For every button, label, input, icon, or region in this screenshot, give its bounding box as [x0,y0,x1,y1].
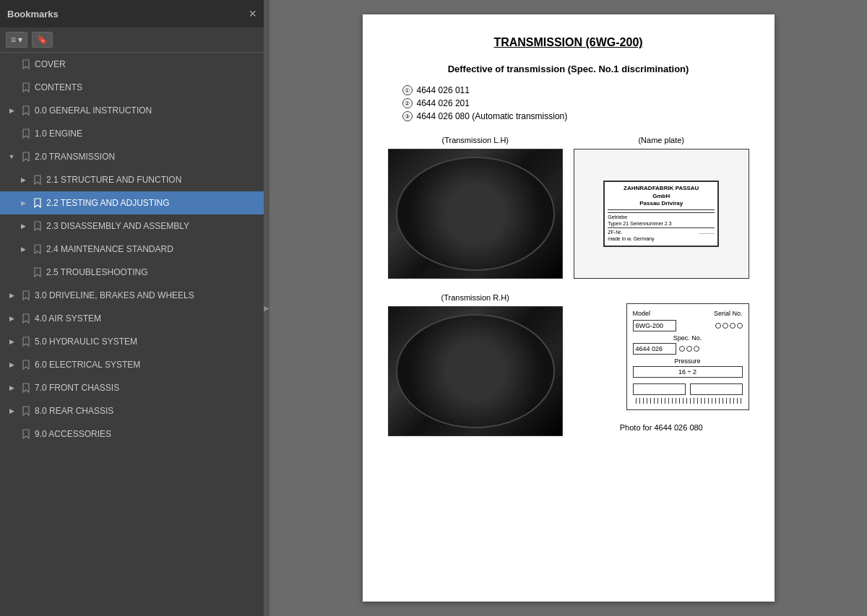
spec-circle3 [694,346,699,352]
bookmark-icon-rear-chassis [20,406,32,416]
spec-value: 4644 026 [633,343,676,355]
label-testing: 2.2 TESTING AND ADJUSTING [46,198,258,208]
spec-label: Spec. No. [633,334,743,342]
label-troubleshooting: 2.5 TROUBLESHOOTING [46,267,258,277]
sidebar-item-electrical[interactable]: ▶ 6.0 ELECTRICAL SYSTEM [0,353,264,376]
wavy-border [633,398,743,404]
label-hydraulic: 5.0 HYDRAULIC SYSTEM [35,337,258,347]
bookmark-icon-cover [20,59,32,69]
nameplate-row2: made in w. Germany [608,236,715,241]
sidebar-item-testing[interactable]: ▶ 2.2 TESTING AND ADJUSTING [0,191,264,214]
toggle-electrical[interactable]: ▶ [6,361,17,368]
spec-text: 4644 026 011 [417,85,470,95]
sidebar-item-contents[interactable]: CONTENTS [0,76,264,99]
model-value: 6WG-200 [633,320,676,331]
label-accessories: 9.0 ACCESSORIES [35,429,258,439]
sidebar-item-front-chassis[interactable]: ▶ 7.0 FRONT CHASSIS [0,376,264,399]
label-electrical: 6.0 ELECTRICAL SYSTEM [35,360,258,370]
document-page: TRANSMISSION (6WG-200) Deffective of tra… [363,14,775,602]
toolbar-menu-button[interactable]: ≡ ▾ [6,32,27,48]
bottom-images-row: (Transmission R.H) Model Serial No. 6WG-… [388,293,749,436]
bookmark-icon-testing [32,198,43,208]
bookmark-list: COVER CONTENTS▶ 0.0 GENERAL INSTRUCTION … [0,53,264,616]
extra-field1 [633,383,686,395]
toggle-transmission[interactable]: ▼ [6,153,17,160]
sidebar-item-maintenance[interactable]: ▶ 2.4 MAINTENANCE STANDARD [0,238,264,261]
label-maintenance: 2.4 MAINTENANCE STANDARD [46,244,258,254]
toggle-testing[interactable]: ▶ [17,199,29,207]
toggle-hydraulic[interactable]: ▶ [6,338,17,345]
right-top-caption: (Name plate) [638,136,684,144]
toggle-driveline[interactable]: ▶ [6,292,17,299]
serial-circle4 [737,323,743,329]
sidebar-item-cover[interactable]: COVER [0,53,264,76]
transmission-rh-image [388,306,564,436]
sidebar-item-general[interactable]: ▶ 0.0 GENERAL INSTRUCTION [0,99,264,122]
spec-circle1 [679,346,685,352]
label-engine: 1.0 ENGINE [35,129,258,139]
toggle-front-chassis[interactable]: ▶ [6,384,17,391]
bottom-right-col: Model Serial No. 6WG-200 Spec. No. [574,293,749,436]
serial-circle1 [715,323,721,329]
sidebar-item-air[interactable]: ▶ 4.0 AIR SYSTEM [0,307,264,330]
spec-item: ②4644 026 201 [402,98,749,108]
spec-text: 4644 026 080 (Automatic transmission) [417,111,568,121]
sidebar: Bookmarks × ≡ ▾ 🔖 COVER CONTENTS▶ 0.0 GE… [0,0,264,616]
sidebar-item-rear-chassis[interactable]: ▶ 8.0 REAR CHASSIS [0,399,264,422]
spec-value-row: 4644 026 [633,343,699,355]
nameplate-box: ZAHNRADFABRIK PASSAUGmbHPassau Driviray … [603,181,719,246]
sidebar-item-driveline[interactable]: ▶ 3.0 DRIVELINE, BRAKES AND WHEELS [0,284,264,307]
label-rear-chassis: 8.0 REAR CHASSIS [35,406,258,416]
sidebar-item-hydraulic[interactable]: ▶ 5.0 HYDRAULIC SYSTEM [0,330,264,353]
form-spec-row: 4644 026 [633,343,743,355]
spec-form: Model Serial No. 6WG-200 Spec. No. [626,303,749,410]
sidebar-item-structure[interactable]: ▶ 2.1 STRUCTURE AND FUNCTION [0,168,264,191]
sidebar-item-accessories[interactable]: 9.0 ACCESSORIES [0,422,264,446]
spec-circle2 [686,346,692,352]
sidebar-item-troubleshooting[interactable]: 2.5 TROUBLESHOOTING [0,261,264,284]
pressure-value-box: 16 ÷ 2 [633,366,743,378]
toolbar-bookmark-button[interactable]: 🔖 [32,32,53,48]
nameplate-field1: Getriebe [608,214,715,220]
label-contents: CONTENTS [35,82,258,92]
bookmark-icon-maintenance [32,244,43,254]
label-air: 4.0 AIR SYSTEM [35,313,258,324]
toggle-maintenance[interactable]: ▶ [17,246,29,253]
serial-circle3 [730,323,736,329]
model-label: Model [633,310,651,317]
bookmark-icon-general [20,105,32,116]
nameplate-field2: Typen 21 Seriennummer 2.3 [608,221,715,226]
toggle-structure[interactable]: ▶ [17,176,29,183]
bookmark-icon-driveline [20,290,32,300]
label-disassembly: 2.3 DISASSEMBLY AND ASSEMBLY [46,221,258,231]
label-driveline: 3.0 DRIVELINE, BRAKES AND WHEELS [35,290,258,300]
sidebar-item-disassembly[interactable]: ▶ 2.3 DISASSEMBLY AND ASSEMBLY [0,214,264,238]
bookmark-icon-electrical [20,360,32,370]
spec-text: 4644 026 201 [417,98,470,108]
spec-num: ② [402,98,413,108]
toggle-disassembly[interactable]: ▶ [17,222,29,230]
sidebar-item-engine[interactable]: 1.0 ENGINE [0,122,264,145]
toggle-rear-chassis[interactable]: ▶ [6,407,17,415]
bookmark-icon-accessories [20,429,32,439]
spec-num: ③ [402,111,413,121]
bookmark-icon-front-chassis [20,383,32,393]
toggle-general[interactable]: ▶ [6,107,17,114]
close-button[interactable]: × [249,7,256,20]
sidebar-item-transmission[interactable]: ▼ 2.0 TRANSMISSION [0,145,264,168]
label-general: 0.0 GENERAL INSTRUCTION [35,105,258,116]
left-top-caption: (Transmission L.H) [442,136,509,144]
spec-num: ① [402,85,413,95]
label-front-chassis: 7.0 FRONT CHASSIS [35,383,258,393]
main-content[interactable]: TRANSMISSION (6WG-200) Deffective of tra… [269,0,867,616]
toggle-air[interactable]: ▶ [6,315,17,322]
form-header-row: Model Serial No. [633,310,743,317]
label-cover: COVER [35,59,258,69]
bookmark-icon-structure [32,175,43,185]
serial-circles [715,320,743,331]
nameplate-image: ZAHNRADFABRIK PASSAUGmbHPassau Driviray … [574,149,749,279]
photo-caption: Photo for 4644 026 080 [620,423,703,432]
pressure-label: Pressure [633,357,743,365]
serial-label: Serial No. [714,310,743,317]
resize-handle[interactable]: ▶ [264,0,269,616]
